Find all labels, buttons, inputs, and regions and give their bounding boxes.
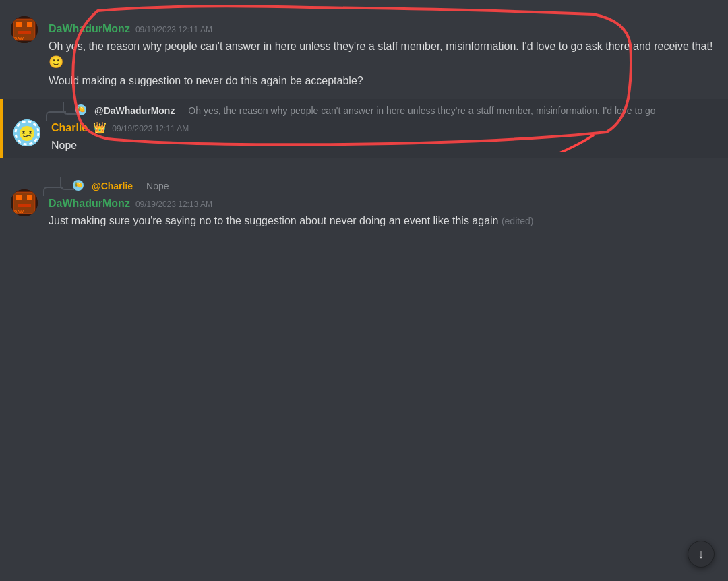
smiley-emoji: 🙂 — [49, 55, 63, 69]
charlie-timestamp: 09/19/2023 12:11 AM — [112, 124, 189, 133]
reply-connector-2 — [58, 177, 74, 191]
chat-container: DAW DaWhadurMonz 09/19/2023 12:11 AM Oh … — [0, 0, 728, 247]
dawhadur2-message-header: DaWhadurMonz 09/19/2023 12:13 AM — [49, 196, 717, 211]
svg-rect-19 — [27, 195, 32, 200]
svg-point-10 — [20, 126, 34, 141]
svg-rect-5 — [18, 31, 31, 34]
message-timestamp: 09/19/2023 12:11 AM — [135, 25, 212, 34]
dawhadur-avatar-image-2: DAW — [11, 189, 38, 216]
dawhadur-avatar-2: DAW — [11, 189, 38, 216]
charlie-message-header: Charlie 👑 09/19/2023 12:11 AM — [51, 121, 717, 135]
crown-badge: 👑 — [93, 121, 107, 134]
dawhadur2-message-content: Just making sure you're saying no to the… — [49, 214, 717, 228]
message-content-2: Would making a suggestion to never do th… — [49, 73, 717, 88]
username-charlie: Charlie — [51, 121, 88, 135]
charlie-avatar-image — [13, 119, 40, 146]
username-dawhadurmonz: DaWhadurMonz — [49, 22, 130, 36]
message-group: DAW DaWhadurMonz 09/19/2023 12:11 AM Oh … — [0, 11, 728, 94]
message-group-dawhadur2: 🍋 @Charlie Nope DAW DaWhadurMonz — [0, 169, 728, 234]
svg-text:DAW: DAW — [14, 210, 24, 214]
avatar: DAW — [11, 16, 38, 43]
dawhadur2-timestamp: 09/19/2023 12:13 AM — [135, 200, 212, 209]
svg-text:DAW: DAW — [14, 36, 24, 40]
edited-label: (edited) — [502, 216, 533, 226]
charlie-message-content: Nope — [51, 138, 717, 153]
svg-rect-3 — [16, 22, 22, 27]
charlie-avatar — [13, 119, 40, 146]
scroll-to-bottom-button[interactable]: ↓ — [688, 541, 715, 568]
reply-block: 🍋 @DaWhadurMonz Oh yes, the reason why p… — [51, 104, 717, 117]
reply-block-2: 🍋 @Charlie Nope — [49, 180, 717, 192]
svg-rect-4 — [27, 22, 32, 27]
message-group-charlie: 🍋 @DaWhadurMonz Oh yes, the reason why p… — [0, 99, 728, 158]
dawhadur-avatar-image: DAW — [11, 16, 38, 43]
reply-username: @DaWhadurMonz — [94, 104, 175, 117]
reply-connector — [61, 102, 77, 115]
message-header: DaWhadurMonz 09/19/2023 12:11 AM — [49, 22, 717, 36]
svg-rect-20 — [18, 204, 31, 207]
username-dawhadurmonz-2: DaWhadurMonz — [49, 196, 130, 211]
reply-preview-text: Oh yes, the reason why people can't answ… — [188, 104, 655, 117]
reply-username-charlie: @Charlie — [92, 180, 133, 192]
svg-rect-18 — [16, 195, 22, 200]
reply-preview-nope: Nope — [146, 180, 169, 192]
message-content-1: Oh yes, the reason why people can't answ… — [49, 39, 717, 71]
chevron-down-icon: ↓ — [698, 547, 704, 561]
